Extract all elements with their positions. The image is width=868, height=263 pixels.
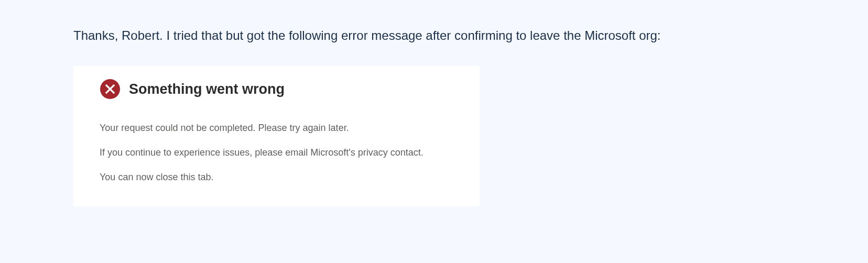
comment-text: Thanks, Robert. I tried that but got the… (73, 26, 795, 45)
error-body: Your request could not be completed. Ple… (100, 122, 453, 184)
error-line-2: If you continue to experience issues, pl… (100, 146, 453, 159)
error-icon (100, 79, 121, 100)
error-title: Something went wrong (129, 81, 285, 97)
error-line-1: Your request could not be completed. Ple… (100, 122, 453, 135)
error-card: Something went wrong Your request could … (73, 66, 480, 206)
error-header: Something went wrong (100, 79, 453, 100)
error-line-3: You can now close this tab. (100, 171, 453, 184)
